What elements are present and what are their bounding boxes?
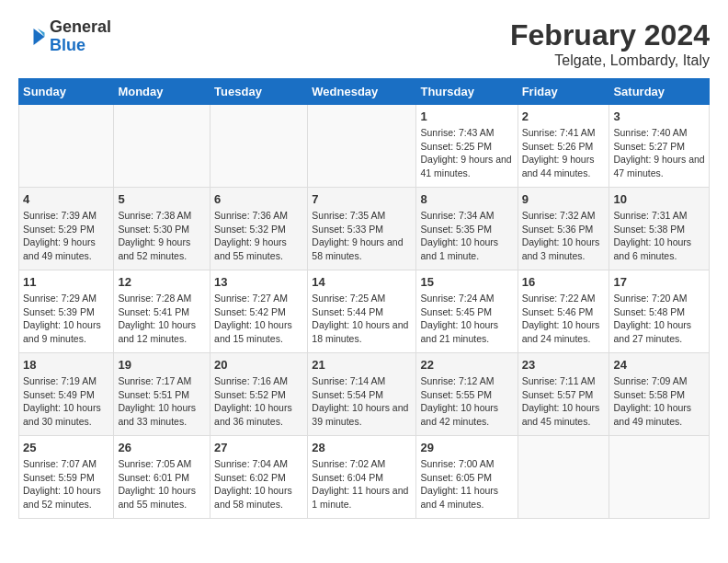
day-number: 21 xyxy=(312,358,412,372)
day-number: 14 xyxy=(312,275,412,289)
location-subtitle: Telgate, Lombardy, Italy xyxy=(510,52,710,69)
day-info: Sunrise: 7:07 AMSunset: 5:59 PMDaylight:… xyxy=(23,457,109,511)
calendar-cell: 29Sunrise: 7:00 AMSunset: 6:05 PMDayligh… xyxy=(416,436,518,519)
calendar-cell: 6Sunrise: 7:36 AMSunset: 5:32 PMDaylight… xyxy=(210,188,308,270)
day-info: Sunrise: 7:04 AMSunset: 6:02 PMDaylight:… xyxy=(214,457,303,511)
calendar-cell: 27Sunrise: 7:04 AMSunset: 6:02 PMDayligh… xyxy=(210,436,308,519)
day-number: 10 xyxy=(613,192,705,206)
day-info: Sunrise: 7:43 AMSunset: 5:25 PMDaylight:… xyxy=(420,126,513,180)
col-saturday: Saturday xyxy=(609,79,710,105)
calendar-header: Sunday Monday Tuesday Wednesday Thursday… xyxy=(19,79,710,105)
calendar-cell: 4Sunrise: 7:39 AMSunset: 5:29 PMDaylight… xyxy=(19,188,114,270)
day-number: 5 xyxy=(118,192,206,206)
day-number: 15 xyxy=(420,275,513,289)
day-info: Sunrise: 7:22 AMSunset: 5:46 PMDaylight:… xyxy=(522,292,606,346)
day-info: Sunrise: 7:20 AMSunset: 5:48 PMDaylight:… xyxy=(613,292,705,346)
day-number: 23 xyxy=(522,358,606,372)
calendar-body: 1Sunrise: 7:43 AMSunset: 5:25 PMDaylight… xyxy=(19,105,710,519)
day-info: Sunrise: 7:19 AMSunset: 5:49 PMDaylight:… xyxy=(23,374,109,429)
page-header: General Blue February 2024 Telgate, Lomb… xyxy=(18,18,710,69)
day-number: 17 xyxy=(613,275,705,289)
day-info: Sunrise: 7:38 AMSunset: 5:30 PMDaylight:… xyxy=(118,209,206,263)
day-info: Sunrise: 7:35 AMSunset: 5:33 PMDaylight:… xyxy=(312,209,412,263)
day-info: Sunrise: 7:14 AMSunset: 5:54 PMDaylight:… xyxy=(312,374,412,429)
day-info: Sunrise: 7:17 AMSunset: 5:51 PMDaylight:… xyxy=(118,374,206,429)
day-info: Sunrise: 7:28 AMSunset: 5:41 PMDaylight:… xyxy=(118,292,206,346)
calendar-week-0: 1Sunrise: 7:43 AMSunset: 5:25 PMDaylight… xyxy=(19,105,710,188)
day-number: 25 xyxy=(23,441,109,454)
col-thursday: Thursday xyxy=(416,79,518,105)
calendar-cell xyxy=(210,105,308,188)
calendar-cell: 9Sunrise: 7:32 AMSunset: 5:36 PMDaylight… xyxy=(518,188,609,270)
calendar-cell: 20Sunrise: 7:16 AMSunset: 5:52 PMDayligh… xyxy=(210,353,308,436)
day-info: Sunrise: 7:05 AMSunset: 6:01 PMDaylight:… xyxy=(118,457,206,511)
day-info: Sunrise: 7:11 AMSunset: 5:57 PMDaylight:… xyxy=(522,374,606,429)
calendar-cell: 7Sunrise: 7:35 AMSunset: 5:33 PMDaylight… xyxy=(308,188,416,270)
day-number: 11 xyxy=(23,275,109,289)
calendar-cell: 16Sunrise: 7:22 AMSunset: 5:46 PMDayligh… xyxy=(518,270,609,353)
day-info: Sunrise: 7:29 AMSunset: 5:39 PMDaylight:… xyxy=(23,292,109,346)
day-info: Sunrise: 7:12 AMSunset: 5:55 PMDaylight:… xyxy=(420,374,513,429)
logo: General Blue xyxy=(18,18,111,55)
day-number: 6 xyxy=(214,192,303,206)
day-number: 1 xyxy=(420,109,513,123)
calendar-cell: 11Sunrise: 7:29 AMSunset: 5:39 PMDayligh… xyxy=(19,270,114,353)
calendar-cell: 12Sunrise: 7:28 AMSunset: 5:41 PMDayligh… xyxy=(114,270,210,353)
logo-general: General xyxy=(50,18,111,37)
col-monday: Monday xyxy=(114,79,210,105)
calendar-table: Sunday Monday Tuesday Wednesday Thursday… xyxy=(18,78,710,519)
day-number: 19 xyxy=(118,358,206,372)
calendar-cell: 13Sunrise: 7:27 AMSunset: 5:42 PMDayligh… xyxy=(210,270,308,353)
calendar-cell: 3Sunrise: 7:40 AMSunset: 5:27 PMDaylight… xyxy=(609,105,710,188)
calendar-cell: 14Sunrise: 7:25 AMSunset: 5:44 PMDayligh… xyxy=(308,270,416,353)
col-friday: Friday xyxy=(518,79,609,105)
day-number: 24 xyxy=(613,358,705,372)
day-info: Sunrise: 7:39 AMSunset: 5:29 PMDaylight:… xyxy=(23,209,109,263)
calendar-cell: 17Sunrise: 7:20 AMSunset: 5:48 PMDayligh… xyxy=(609,270,710,353)
title-block: February 2024 Telgate, Lombardy, Italy xyxy=(510,18,710,69)
calendar-cell: 15Sunrise: 7:24 AMSunset: 5:45 PMDayligh… xyxy=(416,270,518,353)
day-number: 13 xyxy=(214,275,303,289)
svg-marker-0 xyxy=(34,29,45,45)
calendar-cell: 21Sunrise: 7:14 AMSunset: 5:54 PMDayligh… xyxy=(308,353,416,436)
day-info: Sunrise: 7:41 AMSunset: 5:26 PMDaylight:… xyxy=(522,126,606,180)
col-wednesday: Wednesday xyxy=(308,79,416,105)
day-number: 28 xyxy=(312,441,412,454)
calendar-cell xyxy=(114,105,210,188)
day-number: 27 xyxy=(214,441,303,454)
day-number: 26 xyxy=(118,441,206,454)
day-info: Sunrise: 7:40 AMSunset: 5:27 PMDaylight:… xyxy=(613,126,705,180)
day-number: 3 xyxy=(613,109,705,123)
calendar-week-3: 18Sunrise: 7:19 AMSunset: 5:49 PMDayligh… xyxy=(19,353,710,436)
calendar-cell xyxy=(308,105,416,188)
day-number: 7 xyxy=(312,192,412,206)
day-number: 12 xyxy=(118,275,206,289)
col-sunday: Sunday xyxy=(19,79,114,105)
calendar-week-4: 25Sunrise: 7:07 AMSunset: 5:59 PMDayligh… xyxy=(19,436,710,519)
col-tuesday: Tuesday xyxy=(210,79,308,105)
day-number: 22 xyxy=(420,358,513,372)
calendar-cell: 2Sunrise: 7:41 AMSunset: 5:26 PMDaylight… xyxy=(518,105,609,188)
calendar-cell xyxy=(19,105,114,188)
day-number: 29 xyxy=(420,441,513,454)
calendar-cell xyxy=(609,436,710,519)
day-number: 18 xyxy=(23,358,109,372)
calendar-cell: 10Sunrise: 7:31 AMSunset: 5:38 PMDayligh… xyxy=(609,188,710,270)
day-info: Sunrise: 7:09 AMSunset: 5:58 PMDaylight:… xyxy=(613,374,705,429)
header-row: Sunday Monday Tuesday Wednesday Thursday… xyxy=(19,79,710,105)
calendar-cell: 22Sunrise: 7:12 AMSunset: 5:55 PMDayligh… xyxy=(416,353,518,436)
logo-icon xyxy=(18,23,46,51)
day-info: Sunrise: 7:27 AMSunset: 5:42 PMDaylight:… xyxy=(214,292,303,346)
main-title: February 2024 xyxy=(510,18,710,52)
calendar-week-2: 11Sunrise: 7:29 AMSunset: 5:39 PMDayligh… xyxy=(19,270,710,353)
day-info: Sunrise: 7:00 AMSunset: 6:05 PMDaylight:… xyxy=(420,457,513,511)
calendar-cell: 5Sunrise: 7:38 AMSunset: 5:30 PMDaylight… xyxy=(114,188,210,270)
calendar-cell: 26Sunrise: 7:05 AMSunset: 6:01 PMDayligh… xyxy=(114,436,210,519)
day-info: Sunrise: 7:16 AMSunset: 5:52 PMDaylight:… xyxy=(214,374,303,429)
day-number: 2 xyxy=(522,109,606,123)
day-info: Sunrise: 7:02 AMSunset: 6:04 PMDaylight:… xyxy=(312,457,412,511)
calendar-cell: 28Sunrise: 7:02 AMSunset: 6:04 PMDayligh… xyxy=(308,436,416,519)
calendar-cell: 18Sunrise: 7:19 AMSunset: 5:49 PMDayligh… xyxy=(19,353,114,436)
day-info: Sunrise: 7:36 AMSunset: 5:32 PMDaylight:… xyxy=(214,209,303,263)
day-number: 8 xyxy=(420,192,513,206)
